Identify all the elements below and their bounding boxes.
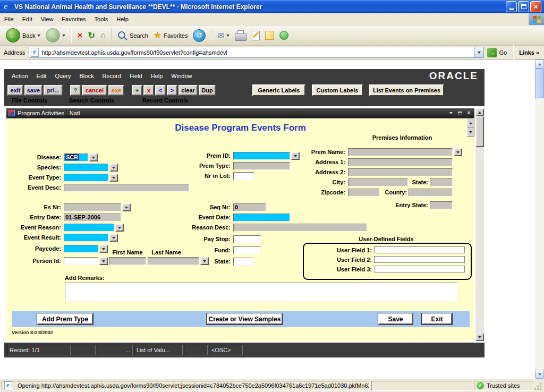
species-field[interactable] [64,164,108,172]
event-result-dropdown-button[interactable] [109,234,118,242]
duplicate-record-button[interactable]: Dup [199,85,216,96]
es-nr-label: Es Nr: [6,204,61,210]
menu-view[interactable]: View [37,14,58,24]
user-field1-input[interactable] [374,246,465,253]
add-prem-type-button[interactable]: Add Prem Type [37,313,93,325]
enter-query-button[interactable]: ? [70,85,81,96]
menu-edit[interactable]: Edit [18,14,37,24]
person-id-dropdown-button[interactable] [99,257,108,265]
resize-grip[interactable] [535,381,542,391]
list-events-on-premises-button[interactable]: List Events on Premises [369,84,444,96]
remarks-scroll-up-button[interactable] [467,118,474,127]
form-save-button[interactable]: Save [378,313,413,325]
media-button[interactable]: ↺ [190,28,208,43]
messenger-button[interactable] [277,30,291,41]
note-button[interactable] [262,30,277,41]
clear-record-button[interactable]: clear [178,85,198,96]
address-dropdown-button[interactable] [474,47,483,57]
print-form-button[interactable]: pri... [44,85,63,96]
close-button[interactable]: × [530,1,541,12]
previous-record-button[interactable]: < [155,85,166,96]
oracle-menu-field[interactable]: Field [125,73,147,79]
prem-id-field[interactable] [233,152,290,160]
favorites-button[interactable]: ★ Favorites [151,30,191,41]
create-or-view-samples-button[interactable]: Create or View Samples [207,313,283,325]
fund-field[interactable] [233,246,261,254]
oracle-menu-edit[interactable]: Edit [32,73,51,79]
links-button[interactable]: Links » [516,49,542,56]
user-field3-input[interactable] [374,266,465,272]
person-id-field[interactable] [64,257,98,265]
address-input[interactable]: e http://ahsmdevtest.aphis.usda.gov/form… [29,47,484,58]
event-date-field[interactable] [233,214,290,221]
applet-scrollbar[interactable] [475,108,484,341]
disease-field[interactable]: SCR [64,154,88,161]
applet-scroll-up-button[interactable] [475,108,484,116]
prem-name-dropdown-button[interactable] [454,148,462,156]
event-result-field[interactable] [64,234,108,242]
event-type-field[interactable] [64,174,108,182]
form-exit-button[interactable]: Exit [422,313,452,325]
menu-file[interactable]: File [0,14,18,24]
browser-scrollbar-thumb[interactable] [535,69,544,98]
menu-tools[interactable]: Tools [90,14,113,24]
mail-button[interactable]: ✉ [215,30,232,40]
browser-scrollbar[interactable] [535,59,544,379]
address-url[interactable]: http://ahsmdevtest.aphis.usda.gov/forms9… [41,49,474,56]
menu-favorites[interactable]: Favorites [57,14,90,24]
applet-scroll-down-button[interactable] [475,333,484,341]
remove-record-button[interactable]: x [143,85,154,96]
mail-dropdown-icon[interactable] [226,35,230,37]
oracle-menu-action[interactable]: Action [7,73,32,79]
browser-scroll-up-button[interactable] [535,59,544,69]
state-field[interactable] [233,258,253,266]
event-reason-field[interactable] [64,224,114,232]
search-button[interactable]: Search [115,30,151,41]
oracle-menu-block[interactable]: Block [75,73,98,79]
paycode-field[interactable] [64,245,98,253]
oracle-menu-query[interactable]: Query [51,73,75,79]
refresh-button[interactable]: ↻ [85,30,97,41]
disease-dropdown-button[interactable] [89,154,98,161]
event-type-dropdown-button[interactable] [109,174,118,182]
save-button[interactable]: save [24,85,42,96]
execute-query-button[interactable]: exe [108,85,124,96]
nr-in-lot-label: Nr in Lot: [177,173,231,179]
pay-stop-field[interactable] [233,235,261,243]
nr-in-lot-field[interactable] [233,172,254,180]
inner-window-titlebar[interactable]: Program Activities - Natl × [6,108,474,118]
stop-button[interactable]: × [74,30,85,41]
remarks-scroll-down-button[interactable] [467,127,474,137]
menu-help[interactable]: Help [112,14,133,24]
generic-labels-button[interactable]: Generic Labels [252,84,305,96]
forward-dropdown-icon[interactable] [62,35,65,37]
maximize-button[interactable] [518,1,529,12]
back-button[interactable]: ← Back [3,27,43,44]
next-record-button[interactable]: > [167,85,177,96]
inner-close-button[interactable]: × [465,110,472,116]
insert-record-button[interactable]: + [132,85,142,96]
oracle-menu-help[interactable]: Help [147,73,167,79]
browser-scroll-down-button[interactable] [535,370,544,379]
add-remarks-textarea[interactable] [65,283,457,302]
edit-button[interactable] [249,30,262,41]
home-button[interactable]: ⌂ [98,30,108,41]
oracle-menu-record[interactable]: Record [98,73,125,79]
oracle-menu-window[interactable]: Window [167,73,196,79]
go-button[interactable]: → Go [484,47,510,58]
species-dropdown-button[interactable] [109,164,118,172]
forward-button[interactable]: → [43,27,68,44]
applet-scrollbar-thumb[interactable] [475,116,484,147]
custom-labels-button[interactable]: Custom Labels [312,84,363,96]
inner-minimize-button[interactable] [447,110,454,116]
exit-button[interactable]: exit [7,85,23,96]
event-reason-dropdown-button[interactable] [115,224,124,232]
back-dropdown-icon[interactable] [37,35,40,37]
inner-restore-button[interactable] [456,110,463,116]
es-nr-dropdown-button[interactable] [122,203,131,211]
paycode-dropdown-button[interactable] [99,245,108,253]
print-button[interactable] [232,29,249,42]
user-field2-input[interactable] [374,256,465,263]
cancel-query-button[interactable]: cancel [82,85,107,96]
minimize-button[interactable] [506,1,517,12]
